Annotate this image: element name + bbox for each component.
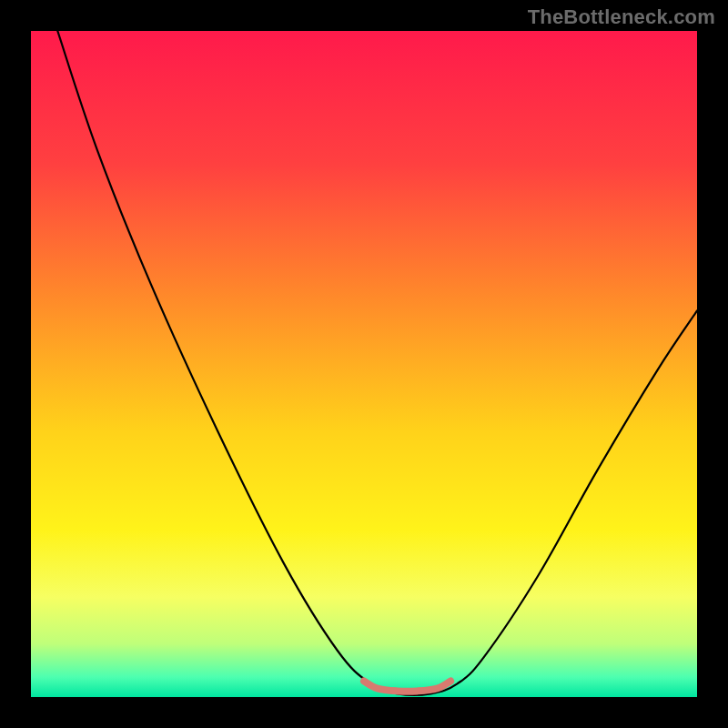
- chart-frame: TheBottleneck.com: [0, 0, 728, 728]
- chart-svg: [31, 31, 697, 697]
- gradient-background: [31, 31, 697, 697]
- attribution-label: TheBottleneck.com: [528, 5, 715, 29]
- plot-area: [31, 31, 697, 697]
